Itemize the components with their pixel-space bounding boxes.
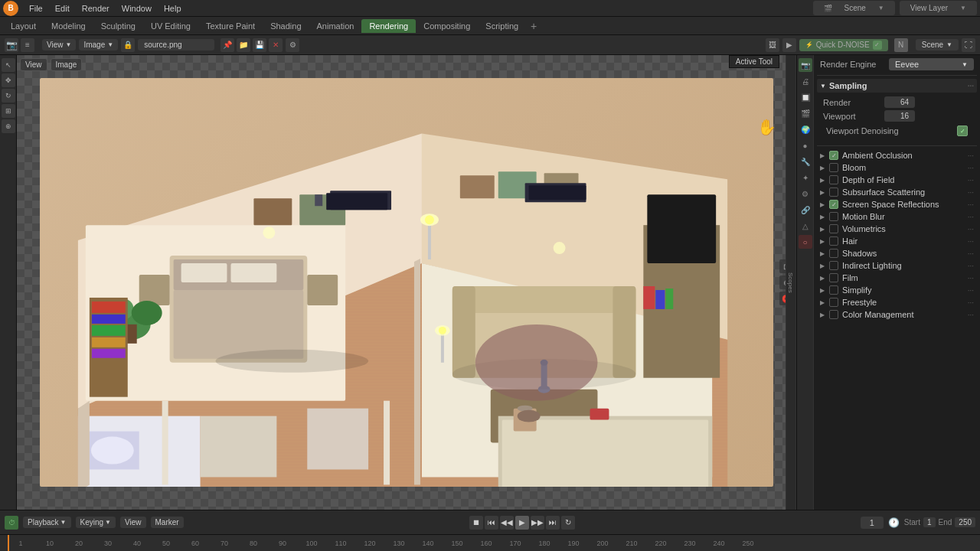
fullscreen-icon[interactable]: ⛶ xyxy=(962,38,975,52)
menu-render[interactable]: Render xyxy=(76,2,116,15)
start-frame[interactable]: 1 xyxy=(923,517,936,527)
world-props-icon[interactable]: 🌍 xyxy=(799,122,812,136)
denoising-checkbox[interactable]: ✓ xyxy=(957,126,968,136)
view-dropdown[interactable]: View ▼ xyxy=(42,39,76,51)
effect-checkbox-motion-blur[interactable] xyxy=(829,212,838,221)
render-props-icon[interactable]: 📷 xyxy=(799,58,812,72)
image-render-icon[interactable]: ▶ xyxy=(782,38,796,52)
effect-checkbox-hair[interactable] xyxy=(829,236,838,246)
data-icon[interactable]: △ xyxy=(799,219,812,233)
tab-modeling[interactable]: Modeling xyxy=(44,19,93,33)
marker-dropdown[interactable]: Marker xyxy=(151,517,184,528)
loop-button[interactable]: ↻ xyxy=(561,516,575,530)
end-frame[interactable]: 250 xyxy=(955,517,975,527)
view-layer-icon[interactable]: 🔲 xyxy=(799,90,812,104)
tab-animation[interactable]: Animation xyxy=(309,19,362,33)
header-lock-icon[interactable]: 🔒 xyxy=(121,38,135,52)
effect-motion-blur[interactable]: ▶Motion Blur··· xyxy=(817,210,977,223)
view-dropdown-tl[interactable]: View xyxy=(120,517,146,528)
image-pin-icon[interactable]: 📌 xyxy=(220,38,234,52)
playback-dropdown[interactable]: Playback ▼ xyxy=(23,517,71,528)
tool-scale[interactable]: ⊞ xyxy=(2,104,15,118)
props-icon[interactable]: N xyxy=(894,38,908,52)
effect-checkbox-depth-of-field[interactable] xyxy=(829,175,838,184)
menu-file[interactable]: File xyxy=(23,2,49,15)
layer-selector[interactable]: View Layer ▼ xyxy=(900,1,977,15)
tab-sculpting[interactable]: Sculpting xyxy=(93,19,143,33)
tool-select[interactable]: ↖ xyxy=(2,58,15,72)
effect-color-management[interactable]: ▶Color Management··· xyxy=(817,308,977,321)
effect-checkbox-freestyle[interactable] xyxy=(829,298,838,307)
tool-rotate[interactable]: ↻ xyxy=(2,89,15,103)
effect-bloom[interactable]: ▶Bloom··· xyxy=(817,161,977,174)
effect-checkbox-ambient-occlusion[interactable]: ✓ xyxy=(829,151,838,160)
step-forward-button[interactable]: ▶▶ xyxy=(531,516,544,530)
object-props-icon[interactable]: ● xyxy=(799,139,812,152)
viewport-image-btn[interactable]: Image xyxy=(51,58,83,71)
effect-ambient-occlusion[interactable]: ▶✓Ambient Occlusion··· xyxy=(817,149,977,161)
menu-window[interactable]: Window xyxy=(116,2,158,15)
add-workspace-button[interactable]: + xyxy=(526,18,541,34)
effect-shadows[interactable]: ▶Shadows··· xyxy=(817,247,977,259)
effect-hair[interactable]: ▶Hair··· xyxy=(817,235,977,247)
timeline-mode-icon[interactable]: ⏱ xyxy=(5,516,18,530)
effect-subsurface-scattering[interactable]: ▶Subsurface Scattering··· xyxy=(817,186,977,198)
frame-ruler[interactable]: 1102030405060708090100110120130140150160… xyxy=(0,534,980,551)
scene-selector[interactable]: 🎬 Scene ▼ xyxy=(813,1,895,15)
image-settings-icon[interactable]: ⚙ xyxy=(286,38,299,52)
tab-compositing[interactable]: Compositing xyxy=(416,19,478,33)
physics-icon[interactable]: ⚙ xyxy=(799,187,812,201)
tool-transform[interactable]: ⊕ xyxy=(2,119,15,133)
tab-texture-paint[interactable]: Texture Paint xyxy=(198,19,263,33)
scene-dropdown[interactable]: Scene ▼ xyxy=(916,39,959,51)
current-frame-input[interactable]: 1 xyxy=(861,517,884,529)
effect-checkbox-film[interactable] xyxy=(829,273,838,282)
skip-to-end-button[interactable]: ⏭ xyxy=(546,516,560,530)
tab-rendering[interactable]: Rendering xyxy=(361,19,416,33)
effect-checkbox-bloom[interactable] xyxy=(829,163,838,172)
stop-button[interactable]: ⏹ xyxy=(469,516,483,530)
tool-move[interactable]: ✥ xyxy=(2,73,15,87)
effect-checkbox-color-management[interactable] xyxy=(829,310,838,319)
effect-screen-space-reflections[interactable]: ▶✓Screen Space Reflections··· xyxy=(817,198,977,210)
tab-uv-editing[interactable]: UV Editing xyxy=(143,19,198,33)
denoise-toggle[interactable]: ✓ xyxy=(873,41,882,50)
output-props-icon[interactable]: 🖨 xyxy=(799,74,812,88)
quick-denoise-btn[interactable]: ⚡ Quick D-NOISE ✓ xyxy=(799,39,888,51)
tab-scripting[interactable]: Scripting xyxy=(478,19,526,33)
image-format-icon[interactable]: 🖼 xyxy=(766,38,779,52)
viewport-value[interactable]: 16 xyxy=(884,110,915,122)
effect-depth-of-field[interactable]: ▶Depth of Field··· xyxy=(817,174,977,186)
render-engine-selector[interactable]: Eevee ▼ xyxy=(889,58,974,70)
effect-freestyle[interactable]: ▶Freestyle··· xyxy=(817,296,977,308)
effect-film[interactable]: ▶Film··· xyxy=(817,272,977,284)
effect-checkbox-simplify[interactable] xyxy=(829,285,838,295)
header-view-btn[interactable]: ≡ xyxy=(21,38,34,52)
effect-checkbox-volumetrics[interactable] xyxy=(829,224,838,233)
tab-layout[interactable]: Layout xyxy=(3,19,44,33)
effect-checkbox-subsurface-scattering[interactable] xyxy=(829,187,838,197)
effect-checkbox-indirect-lighting[interactable] xyxy=(829,261,838,270)
viewport-view-btn[interactable]: View xyxy=(20,58,47,71)
step-back-button[interactable]: ◀◀ xyxy=(500,516,514,530)
menu-help[interactable]: Help xyxy=(158,2,188,15)
play-button[interactable]: ▶ xyxy=(515,516,529,530)
constraint-icon[interactable]: 🔗 xyxy=(799,203,812,217)
image-close-icon[interactable]: ✕ xyxy=(269,38,283,52)
keying-dropdown[interactable]: Keying ▼ xyxy=(76,517,116,528)
effect-checkbox-screen-space-reflections[interactable]: ✓ xyxy=(829,200,838,209)
scene-props-icon[interactable]: 🎬 xyxy=(799,106,812,120)
modifier-icon[interactable]: 🔧 xyxy=(799,155,812,168)
effect-simplify[interactable]: ▶Simplify··· xyxy=(817,284,977,296)
material-icon[interactable]: ○ xyxy=(799,235,812,249)
render-value[interactable]: 64 xyxy=(884,96,915,108)
effect-indirect-lighting[interactable]: ▶Indirect Lighting··· xyxy=(817,259,977,272)
image-folder-icon[interactable]: 📁 xyxy=(237,38,250,52)
image-file-selector[interactable]: source.png xyxy=(138,39,214,51)
effect-checkbox-shadows[interactable] xyxy=(829,249,838,258)
tab-shading[interactable]: Shading xyxy=(263,19,309,33)
skip-to-start-button[interactable]: ⏮ xyxy=(485,516,498,530)
menu-edit[interactable]: Edit xyxy=(49,2,76,15)
header-tool-icon[interactable]: 📷 xyxy=(5,38,18,52)
effect-volumetrics[interactable]: ▶Volumetrics··· xyxy=(817,223,977,235)
